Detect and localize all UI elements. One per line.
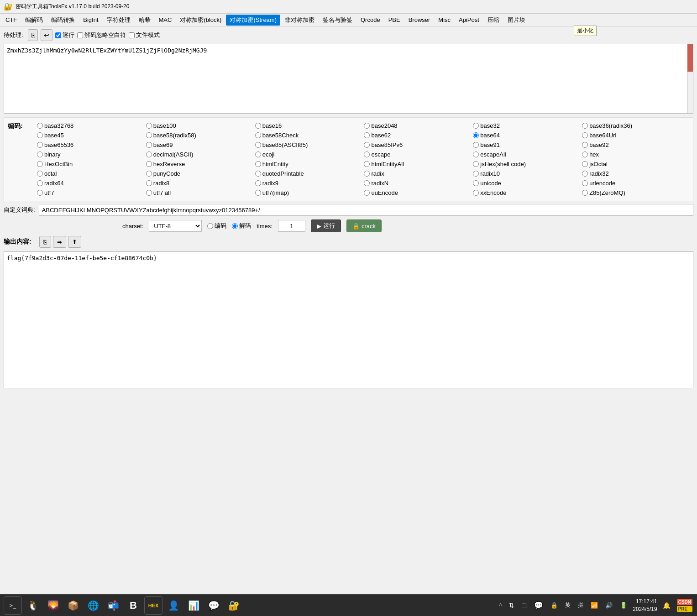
menu-asym[interactable]: 非对称加密 [281,15,318,26]
taskbar-toolbox[interactable]: 🔐 [225,596,243,615]
tray-notification[interactable]: 🔔 [661,601,672,610]
taskbar-hex-editor[interactable]: HEX [144,596,162,615]
radio-utf7[interactable]: utf7 [35,188,144,197]
menu-compress[interactable]: 压缩 [484,15,503,26]
menu-ctf[interactable]: CTF [2,15,21,25]
radio-base36[interactable]: base36(radix36) [580,121,689,130]
radio-utf7all[interactable]: utf7 all [144,188,253,197]
ignore-whitespace-checkbox[interactable] [77,32,83,38]
scrollbar-indicator[interactable] [687,44,693,113]
menu-browser[interactable]: Browser [405,15,434,25]
radio-hexreverse[interactable]: hexReverse [144,160,253,168]
tray-wifi[interactable]: 📶 [589,601,600,610]
taskbar-email[interactable]: 📬 [104,596,122,615]
tray-volume[interactable]: 🔊 [603,601,614,610]
file-mode-checkbox[interactable] [129,32,135,38]
taskbar-penguin[interactable]: 🐧 [24,596,42,615]
times-input[interactable] [278,220,305,232]
csdn-badge-container[interactable]: CSDN PRE [676,598,693,613]
decode-radio[interactable] [232,223,238,229]
taskbar-packages[interactable]: 📦 [64,596,82,615]
radio-base100[interactable]: base100 [144,121,253,130]
menu-string[interactable]: 字符处理 [103,15,134,26]
tray-arrow[interactable]: ^ [498,601,504,610]
radio-radix10[interactable]: radix10 [471,169,580,178]
radio-radix64[interactable]: radix64 [35,179,144,188]
menu-apipost[interactable]: ApiPost [455,15,483,25]
charset-select[interactable]: UTF-8 GBK GB2312 ISO-8859-1 [149,220,202,232]
radio-base32[interactable]: base32 [471,121,580,130]
tray-network[interactable]: ⇅ [507,601,516,610]
radio-base16[interactable]: base16 [253,121,362,130]
menu-sign[interactable]: 签名与验签 [319,15,356,26]
radio-radixn[interactable]: radixN [362,179,471,188]
taskbar-browser[interactable]: 🌐 [84,596,102,615]
output-send-button[interactable]: ➡ [53,236,66,248]
taskbar-wallpaper[interactable]: 🌄 [44,596,62,615]
radio-utf7imap[interactable]: utf7(imap) [253,188,362,197]
paste-button[interactable]: ⎘ [28,29,38,41]
radio-radix[interactable]: radix [362,169,471,178]
tray-lang-en[interactable]: 英 [563,600,572,610]
radio-base58[interactable]: base58(radix58) [144,131,253,140]
tray-lock[interactable]: 🔒 [549,601,560,610]
radio-base58check[interactable]: base58Check [253,131,362,140]
dict-input[interactable] [39,204,693,216]
radio-htmlentityall[interactable]: htmlEntityAll [362,160,471,168]
tray-chat[interactable]: 💬 [532,600,545,611]
radio-base85ascii[interactable]: base85(ASCII85) [253,141,362,149]
taskbar-spreadsheet[interactable]: 📊 [184,596,203,615]
output-upload-button[interactable]: ⬆ [68,236,81,248]
radio-octal[interactable]: octal [35,169,144,178]
radio-base45[interactable]: base45 [35,131,144,140]
radio-decimal[interactable]: decimal(ASCII) [144,150,253,159]
menu-hash[interactable]: 哈希 [135,15,154,26]
encode-radio-label[interactable]: 编码 [207,222,226,230]
radio-punycode[interactable]: punyCode [144,169,253,178]
menu-sym-stream[interactable]: 对称加密(Stream) [226,15,280,26]
taskbar-terminal[interactable]: >_ [4,596,22,615]
radio-base92[interactable]: base92 [580,141,689,149]
radio-basa32768[interactable]: basa32768 [35,121,144,130]
radio-base65536[interactable]: base65536 [35,141,144,149]
radio-base64url[interactable]: base64Url [580,131,689,140]
menu-decode[interactable]: 编解码 [21,15,47,26]
radio-base62[interactable]: base62 [362,131,471,140]
radio-quotedprintable[interactable]: quotedPrintable [253,169,362,178]
menu-misc[interactable]: Misc [435,15,454,25]
decode-radio-label[interactable]: 解码 [232,222,251,230]
import-button[interactable]: ↩ [41,29,52,41]
taskbar-user[interactable]: 👤 [164,596,183,615]
tray-lang-cn[interactable]: 拼 [576,600,585,610]
radio-unicode[interactable]: unicode [471,179,580,188]
taskbar-clock[interactable]: 17:17:41 2024/5/19 [633,598,657,613]
radio-binary[interactable]: binary [35,150,144,159]
menu-qrcode[interactable]: Qrcode [357,15,384,25]
run-button[interactable]: ▶ 运行 [311,219,341,232]
radio-hex[interactable]: hex [580,150,689,159]
crack-button[interactable]: 🔒 crack [346,219,382,232]
radio-base64[interactable]: base64 [471,131,580,140]
radio-ecoji[interactable]: ecoji [253,150,362,159]
radio-base2048[interactable]: base2048 [362,121,471,130]
radio-z85[interactable]: Z85(ZeroMQ) [580,188,689,197]
radio-base69[interactable]: base69 [144,141,253,149]
taskbar-bold-app[interactable]: B [124,596,142,615]
taskbar-wechat[interactable]: 💬 [204,596,223,615]
output-copy-button[interactable]: ⎘ [39,236,51,248]
step-by-step-checkbox[interactable] [55,32,61,38]
ignore-whitespace-label[interactable]: 解码忽略空白符 [77,31,126,39]
radio-radix32[interactable]: radix32 [580,169,689,178]
radio-urlencode[interactable]: urlencode [580,179,689,188]
menu-image[interactable]: 图片块 [504,15,529,26]
radio-escapeall[interactable]: escapeAll [471,150,580,159]
radio-base91[interactable]: base91 [471,141,580,149]
menu-pbe[interactable]: PBE [385,15,404,25]
menu-bigint[interactable]: BigInt [79,15,102,25]
tray-display[interactable]: ⬚ [519,601,529,610]
step-by-step-label[interactable]: 逐行 [55,31,74,39]
menu-mac[interactable]: MAC [155,15,176,25]
radio-jsoctal[interactable]: jsOctal [580,160,689,168]
radio-uuencode[interactable]: uuEncode [362,188,471,197]
encode-radio[interactable] [207,223,213,229]
